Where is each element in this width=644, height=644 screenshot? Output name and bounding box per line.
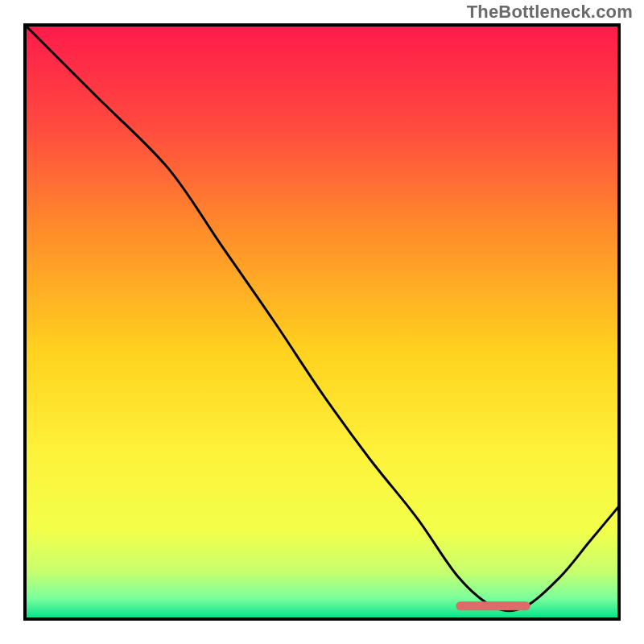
watermark-text: TheBottleneck.com: [467, 2, 633, 23]
chart-stage: TheBottleneck.com: [0, 0, 644, 644]
bottleneck-chart: [0, 0, 644, 644]
